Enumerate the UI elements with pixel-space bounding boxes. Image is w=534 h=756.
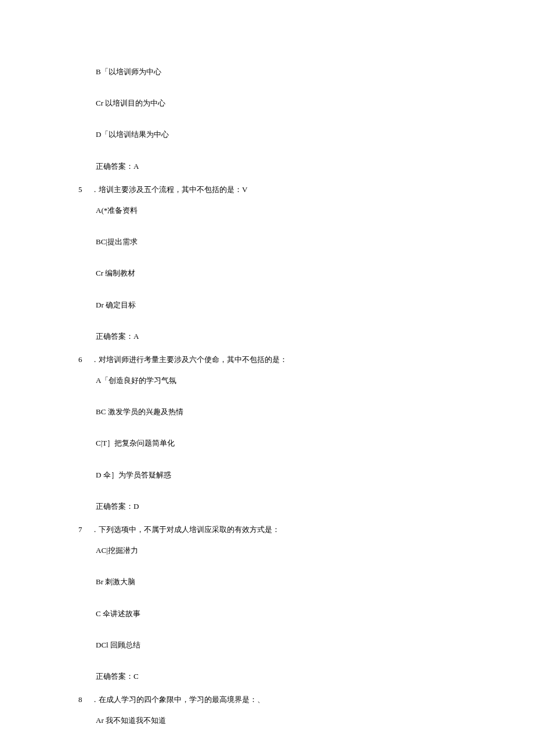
answer-option: BC 激发学员的兴趣及热情 <box>96 407 464 417</box>
correct-answer: 正确答案：C <box>96 671 464 682</box>
answer-option: Cr 以培训目的为中心 <box>96 98 464 108</box>
answer-option: D「以培训结果为中心 <box>96 129 464 140</box>
question-text: ．在成人学习的四个象限中，学习的最高境界是：、 <box>91 695 265 704</box>
answer-option: A(*准备资料 <box>96 205 464 216</box>
correct-answer: 正确答案：D <box>96 501 464 512</box>
answer-option: B「以培训师为中心 <box>96 67 464 77</box>
answer-option: BC|提出需求 <box>96 237 464 247</box>
answer-option: C 伞讲述故事 <box>96 609 464 619</box>
question-text: ．下列选项中，不属于对成人培训应采取的有效方式是： <box>91 525 280 534</box>
answer-option: Cr 编制教材 <box>96 268 464 278</box>
correct-answer: 正确答案：A <box>96 161 464 172</box>
question-number: 7 <box>78 525 91 535</box>
question-text: ．培训主要涉及五个流程，其中不包括的是：V <box>91 185 247 194</box>
answer-option: DCl 回顾总结 <box>96 640 464 650</box>
question-number: 6 <box>78 355 91 365</box>
answer-option: D 伞］为学员答疑解惑 <box>96 470 464 480</box>
question-text: ．对培训师进行考量主要涉及六个使命，其中不包括的是： <box>91 355 287 364</box>
answer-option: A「创造良好的学习气氛 <box>96 375 464 386</box>
question-line: 7．下列选项中，不属于对成人培训应采取的有效方式是： <box>78 525 464 535</box>
question-line: 6．对培训师进行考量主要涉及六个使命，其中不包括的是： <box>78 355 464 365</box>
answer-option: Ar 我不知道我不知道 <box>96 715 464 726</box>
question-line: 8．在成人学习的四个象限中，学习的最高境界是：、 <box>78 694 464 705</box>
answer-option: AC|挖掘潜力 <box>96 545 464 556</box>
answer-option: Br 刺激大脑 <box>96 577 464 587</box>
answer-option: C|T］把复杂问题简单化 <box>96 438 464 448</box>
answer-option: Dr 确定目标 <box>96 300 464 310</box>
question-line: 5．培训主要涉及五个流程，其中不包括的是：V <box>78 185 464 195</box>
question-number: 5 <box>78 185 91 195</box>
correct-answer: 正确答案：A <box>96 331 464 342</box>
question-number: 8 <box>78 694 91 705</box>
